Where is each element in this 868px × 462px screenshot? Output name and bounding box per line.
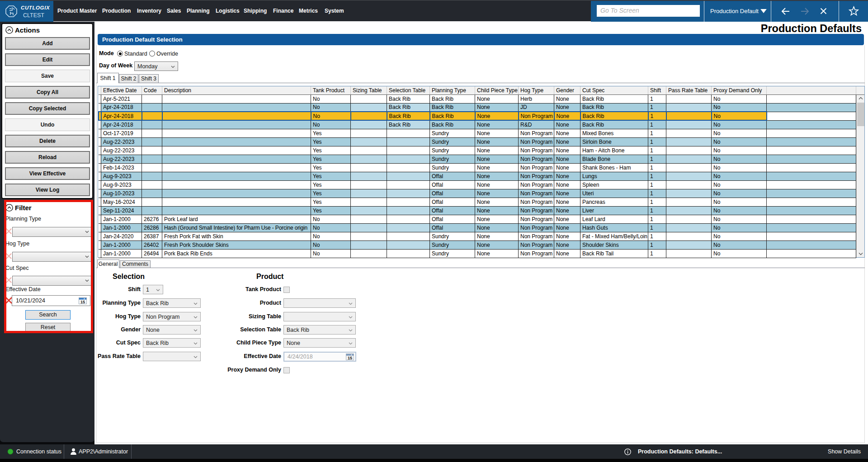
svg-text:15: 15 bbox=[80, 300, 85, 304]
svg-text:15: 15 bbox=[348, 356, 352, 360]
